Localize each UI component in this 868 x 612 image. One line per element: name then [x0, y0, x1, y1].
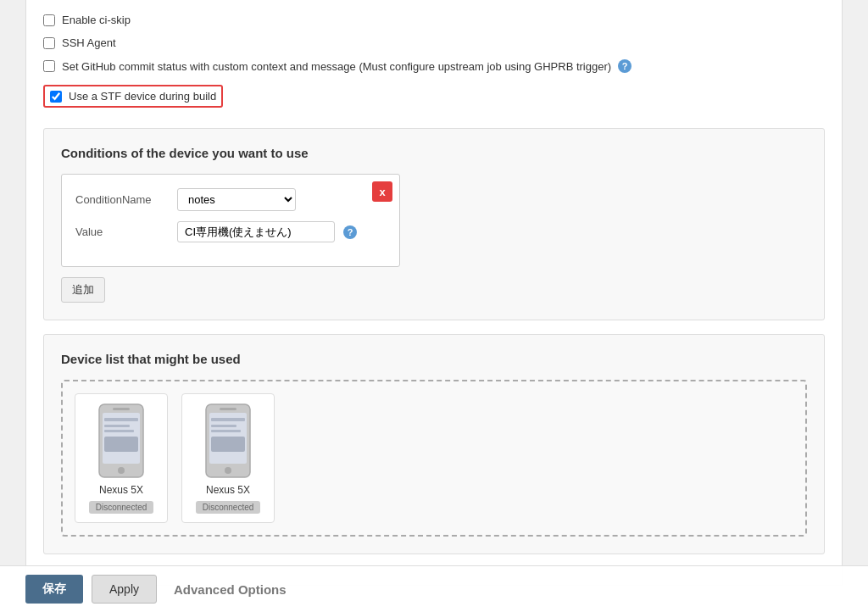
advanced-options-label: Advanced Options — [174, 582, 287, 597]
github-commit-status-checkbox[interactable] — [43, 60, 55, 72]
svg-rect-7 — [104, 437, 138, 452]
svg-rect-15 — [211, 437, 245, 452]
device-list-title: Device list that might be used — [61, 352, 807, 366]
svg-rect-12 — [211, 418, 245, 421]
device-name-2: Nexus 5X — [206, 484, 250, 496]
svg-rect-13 — [211, 425, 236, 427]
github-commit-status-help-icon[interactable]: ? — [618, 59, 632, 73]
ssh-agent-row: SSH Agent — [43, 31, 825, 54]
device-grid: Nexus 5X Disconnected Nexu — [61, 380, 807, 537]
github-commit-status-row: Set GitHub commit status with custom con… — [43, 54, 825, 78]
save-button[interactable]: 保存 — [25, 575, 83, 604]
enable-ci-skip-label: Enable ci-skip — [62, 14, 131, 26]
condition-name-field-row: ConditionName notes model os version sta… — [75, 188, 386, 211]
ssh-agent-label: SSH Agent — [62, 36, 116, 49]
use-stf-device-row: Use a STF device during build — [43, 78, 825, 114]
value-label: Value — [75, 225, 169, 238]
value-input[interactable] — [177, 221, 335, 242]
use-stf-device-highlighted: Use a STF device during build — [43, 85, 223, 108]
conditions-section-title: Conditions of the device you want to use — [61, 146, 807, 160]
condition-name-label: ConditionName — [75, 193, 169, 206]
use-stf-device-label: Use a STF device during build — [69, 90, 216, 103]
svg-rect-3 — [113, 408, 130, 410]
svg-rect-11 — [220, 408, 236, 410]
device-status-2: Disconnected — [196, 501, 261, 514]
svg-point-10 — [225, 467, 231, 474]
add-condition-button[interactable]: 追加 — [61, 277, 105, 303]
value-field-row: Value ? — [75, 221, 386, 242]
enable-ci-skip-checkbox[interactable] — [43, 14, 55, 26]
apply-button[interactable]: Apply — [92, 575, 157, 604]
svg-rect-5 — [104, 425, 130, 427]
svg-rect-14 — [211, 430, 241, 432]
phone-icon-1 — [96, 403, 147, 479]
conditions-section: Conditions of the device you want to use… — [43, 128, 825, 320]
device-card-2: Nexus 5X Disconnected — [181, 393, 275, 523]
condition-name-select[interactable]: notes model os version status — [177, 188, 296, 211]
delete-condition-button[interactable]: x — [372, 181, 392, 202]
ssh-agent-checkbox[interactable] — [43, 37, 55, 49]
svg-rect-4 — [104, 418, 138, 421]
device-card-1: Nexus 5X Disconnected — [75, 393, 168, 523]
device-name-1: Nexus 5X — [99, 484, 143, 496]
bottom-bar: 保存 Apply Advanced Options — [0, 565, 868, 612]
enable-ci-skip-row: Enable ci-skip — [43, 8, 825, 31]
use-stf-device-checkbox[interactable] — [50, 91, 62, 103]
page-container: Enable ci-skip SSH Agent Set GitHub comm… — [0, 0, 868, 612]
device-status-1: Disconnected — [89, 501, 154, 514]
svg-rect-6 — [104, 430, 134, 432]
condition-card: x ConditionName notes model os version s… — [61, 174, 400, 267]
github-commit-status-label: Set GitHub commit status with custom con… — [62, 60, 611, 73]
device-list-section: Device list that might be used Nexus — [43, 334, 825, 554]
svg-point-2 — [118, 467, 125, 474]
value-help-icon[interactable]: ? — [343, 225, 357, 239]
main-content: Enable ci-skip SSH Agent Set GitHub comm… — [25, 0, 843, 586]
phone-icon-2 — [203, 403, 253, 479]
